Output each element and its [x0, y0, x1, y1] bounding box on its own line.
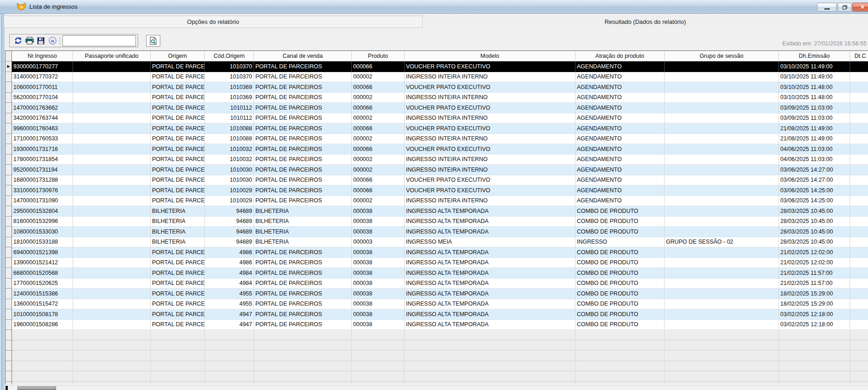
cell-empty	[205, 371, 254, 382]
cell-nr: 10100001508178	[12, 309, 73, 320]
cell-passaporte	[73, 268, 151, 279]
cell-empty	[12, 382, 73, 385]
cell-empty	[205, 330, 254, 340]
table-row[interactable]: 17700001520625PORTAL DE PARCEIROS4984POR…	[6, 279, 868, 289]
table-row[interactable]: 69400001521398PORTAL DE PARCEIROS4986POR…	[6, 247, 868, 258]
window-titlebar[interactable]: Lista de ingressos ✕	[0, 0, 868, 14]
cell-empty	[12, 330, 73, 340]
table-row[interactable]: 19600001508286PORTAL DE PARCEIROS4947POR…	[6, 320, 868, 330]
refresh-button[interactable]	[13, 36, 23, 46]
table-row[interactable]: 29500001532804BILHETERIA94689BILHETERIA0…	[6, 206, 868, 217]
cell-empty	[405, 351, 575, 361]
table-row[interactable]: 10100001508178PORTAL DE PARCEIROS4947POR…	[6, 309, 868, 320]
table-row[interactable]: 99600001760463PORTAL DE PARCEIROS1010088…	[6, 123, 868, 134]
cell-dh: 03/10/2025 11:49:00	[779, 61, 850, 72]
row-indicator-cell	[6, 93, 12, 103]
cell-canal: PORTAL DE PARCEIROS	[254, 144, 352, 155]
cell-canal: PORTAL DE PARCEIROS	[254, 279, 352, 289]
save-button[interactable]	[36, 36, 46, 46]
table-row[interactable]: 14700001763662PORTAL DE PARCEIROS1010112…	[6, 103, 868, 113]
column-header-dtc[interactable]: Dt.C	[850, 51, 868, 61]
cell-passaporte	[73, 227, 151, 237]
table-row[interactable]: 10600001770011PORTAL DE PARCEIROS1010369…	[6, 82, 868, 93]
cell-origem: PORTAL DE PARCEIROS	[151, 72, 205, 83]
cell-empty	[665, 382, 779, 385]
column-header-grupo[interactable]: Grupo de sessão	[665, 51, 779, 61]
table-row[interactable]: 14700001731090PORTAL DE PARCEIROS1010029…	[6, 196, 868, 206]
print-button[interactable]	[24, 36, 34, 46]
cell-dh: 03/10/2025 11:49:00	[779, 72, 850, 83]
cell-dh: 28/03/2025 10:45:00	[779, 237, 850, 248]
cell-atracao: AGENDAMENTO	[575, 82, 665, 93]
cell-modelo: INGRESSO MEIA	[405, 237, 575, 248]
cell-atracao: AGENDAMENTO	[575, 113, 665, 124]
cell-grupo	[665, 123, 779, 134]
column-header-produto[interactable]: Produto	[352, 51, 405, 61]
cell-canal: PORTAL DE PARCEIROS	[254, 82, 352, 93]
table-row[interactable]: 18100001533188BILHETERIA94689BILHETERIA0…	[6, 237, 868, 248]
cell-modelo: INGRESSO INTEIRA INTERNO	[405, 72, 575, 83]
cell-nr: 93000001770277	[12, 61, 73, 72]
window-title: Lista de ingressos	[29, 3, 78, 10]
table-row[interactable]: 19300001731716PORTAL DE PARCEIROS1010032…	[6, 144, 868, 155]
cell-empty	[405, 361, 575, 372]
table-row[interactable]: 66800001520568PORTAL DE PARCEIROS4984POR…	[6, 268, 868, 279]
cell-empty	[73, 382, 151, 385]
table-row[interactable]: 56200001770104PORTAL DE PARCEIROS1010369…	[6, 93, 868, 103]
cell-grupo	[665, 165, 779, 175]
column-header-passaporte[interactable]: Passaporte unificado	[73, 51, 151, 61]
table-row[interactable]: 33100001730976PORTAL DE PARCEIROS1010029…	[6, 185, 868, 196]
cell-cod: 1010029	[205, 196, 254, 206]
cell-passaporte	[73, 196, 151, 206]
cell-empty	[575, 330, 665, 340]
column-header-modelo[interactable]: Modelo	[405, 51, 575, 61]
cell-passaporte	[73, 93, 151, 103]
table-row[interactable]: 95200001731194PORTAL DE PARCEIROS1010030…	[6, 165, 868, 175]
table-row[interactable]: 34200001763744PORTAL DE PARCEIROS1010112…	[6, 113, 868, 124]
table-row[interactable]: 17100001760533PORTAL DE PARCEIROS1010088…	[6, 134, 868, 145]
preview-report-button[interactable]	[146, 35, 160, 47]
column-header-dh[interactable]: Dh.Emissão	[779, 51, 850, 61]
table-row[interactable]: ▶93000001770277PORTAL DE PARCEIROS101037…	[6, 61, 868, 72]
cell-passaporte	[73, 279, 151, 289]
restore-button[interactable]	[838, 3, 851, 11]
table-row[interactable]: 13900001521412PORTAL DE PARCEIROS4986POR…	[6, 258, 868, 268]
cell-produto: 000066	[352, 175, 405, 186]
cell-grupo	[665, 258, 779, 268]
cell-origem: PORTAL DE PARCEIROS	[151, 299, 205, 310]
cell-nr: 13900001521412	[12, 258, 73, 268]
table-row[interactable]: 13600001515472PORTAL DE PARCEIROS4955POR…	[6, 299, 868, 310]
row-indicator-cell	[6, 247, 12, 258]
table-row[interactable]: 81600001532996BILHETERIA94689BILHETERIA0…	[6, 217, 868, 227]
table-row[interactable]: 31400001770372PORTAL DE PARCEIROS1010370…	[6, 72, 868, 83]
cell-origem: PORTAL DE PARCEIROS	[151, 113, 205, 124]
cell-nr: 10800001533030	[12, 227, 73, 237]
table-row[interactable]: 10800001533030BILHETERIA94689BILHETERIA0…	[6, 227, 868, 237]
cell-nr: 13600001515472	[12, 299, 73, 310]
tab-resultado-dados[interactable]: Resultado (Dados do relatório)	[423, 16, 868, 28]
column-header-atracao[interactable]: Atração do produto	[575, 51, 665, 61]
app-window: Lista de ingressos ✕ Opções do relatório…	[0, 0, 868, 390]
column-header-origem[interactable]: Origem	[151, 51, 205, 61]
cell-empty	[850, 361, 868, 372]
table-row[interactable]: 17800001731854PORTAL DE PARCEIROS1010032…	[6, 155, 868, 165]
cell-cod: 4947	[205, 309, 254, 320]
scrollbar-thumb[interactable]	[17, 386, 56, 390]
cell-passaporte	[73, 144, 151, 155]
column-header-cod[interactable]: Cód.Origem	[205, 51, 254, 61]
column-header-nr[interactable]: Nr.Ingresso	[12, 51, 73, 61]
horizontal-scrollbar[interactable]	[5, 385, 868, 390]
table-row[interactable]: 16800001731288PORTAL DE PARCEIROS1010030…	[6, 175, 868, 186]
filter-input[interactable]	[62, 35, 136, 46]
column-header-canal[interactable]: Canal de venda	[254, 51, 352, 61]
cell-atracao: COMBO DE PRODUTO	[575, 206, 665, 217]
minimize-button[interactable]	[817, 3, 837, 11]
cell-modelo: VOUCHER PRATO EXECUTIVO	[405, 144, 575, 155]
tab-opcoes-relatorio[interactable]: Opções do relatório	[4, 16, 423, 28]
cell-canal: PORTAL DE PARCEIROS	[254, 61, 352, 72]
ia-stamp-button[interactable]: IA	[47, 36, 57, 46]
cell-atracao: AGENDAMENTO	[575, 175, 665, 186]
cell-nr: 66800001520568	[12, 268, 73, 279]
close-button[interactable]: ✕	[852, 3, 868, 11]
table-row[interactable]: 12400001515386PORTAL DE PARCEIROS4955POR…	[6, 289, 868, 299]
